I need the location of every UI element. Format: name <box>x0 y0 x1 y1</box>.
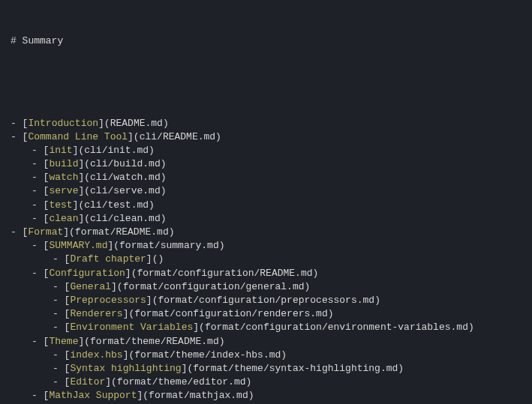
summary-item: - [watch](cli/watch.md) <box>11 171 521 184</box>
bracket-close: ] <box>128 131 134 142</box>
heading-text: Summary <box>23 35 64 46</box>
paren-close: ) <box>374 295 380 306</box>
link-path: cli/init.md <box>84 145 149 156</box>
summary-item: - [Environment Variables](format/configu… <box>11 321 521 334</box>
link-path: format/configuration/environment-variabl… <box>205 322 468 333</box>
paren-close: ) <box>158 253 164 265</box>
link-path: format/README.md <box>75 226 169 238</box>
link-path: format/configuration/renderers.md <box>134 308 327 319</box>
link-path: cli/build.md <box>90 158 161 169</box>
link-title: MathJax Support <box>49 390 137 401</box>
paren-close: ) <box>468 322 474 333</box>
summary-item: - [Editor](format/theme/editor.md) <box>11 376 521 389</box>
summary-item: - [init](cli/init.md) <box>11 144 521 157</box>
link-title: build <box>49 158 78 169</box>
summary-item: - [Draft chapter]() <box>11 253 521 266</box>
bracket-close: ] <box>193 322 199 333</box>
list-dash: - <box>53 363 65 374</box>
bracket-close: ] <box>98 118 104 129</box>
paren-close: ) <box>313 268 319 279</box>
list-dash: - <box>53 308 65 319</box>
link-path: cli/clean.md <box>90 213 161 224</box>
list-dash: - <box>32 240 44 251</box>
paren-open: ( <box>134 131 140 142</box>
link-path: cli/serve.md <box>90 185 161 196</box>
paren-close: ) <box>398 363 404 374</box>
link-title: Configuration <box>49 268 125 279</box>
link-title: Introduction <box>28 118 98 129</box>
summary-item: - [build](cli/build.md) <box>11 157 521 171</box>
paren-open: ( <box>199 322 205 333</box>
summary-item: - [index.hbs](format/theme/index-hbs.md) <box>11 349 521 362</box>
summary-item: - [Command Line Tool](cli/README.md) <box>11 130 521 144</box>
link-title: clean <box>49 213 78 224</box>
paren-close: ) <box>163 118 169 129</box>
link-title: index.hbs <box>70 349 122 361</box>
link-path: format/configuration/README.md <box>137 268 312 279</box>
link-title: serve <box>49 185 78 196</box>
list-dash: - <box>32 336 44 347</box>
summary-item: - [Preprocessors](format/configuration/p… <box>11 294 521 307</box>
paren-close: ) <box>161 158 167 169</box>
paren-open: ( <box>117 281 123 292</box>
link-title: watch <box>49 172 78 183</box>
summary-item: - [MathJax Support](format/mathjax.md) <box>11 389 521 403</box>
summary-item: - [General](format/configuration/general… <box>11 280 521 294</box>
summary-item: - [Configuration](format/configuration/R… <box>11 267 521 280</box>
code-editor: # Summary - [Introduction](README.md)- [… <box>0 0 532 404</box>
bracket-close: ] <box>63 226 69 238</box>
link-title: Syntax highlighting <box>70 363 181 374</box>
paren-open: ( <box>84 336 90 347</box>
link-path: format/theme/README.md <box>90 336 219 347</box>
link-title: Format <box>28 226 63 238</box>
list-dash: - <box>53 376 65 388</box>
summary-item: - [Syntax highlighting](format/theme/syn… <box>11 362 521 376</box>
summary-item: - [serve](cli/serve.md) <box>11 184 521 198</box>
paren-close: ) <box>161 172 167 183</box>
bracket-close: ] <box>146 295 152 306</box>
paren-close: ) <box>161 213 167 224</box>
link-path: format/summary.md <box>119 240 219 251</box>
paren-open: ( <box>84 213 90 224</box>
list-dash: - <box>32 172 44 183</box>
paren-open: ( <box>104 118 110 129</box>
link-title: Command Line Tool <box>28 131 128 142</box>
paren-close: ) <box>248 390 254 401</box>
list-dash: - <box>53 349 65 361</box>
heading-prefix: # <box>11 35 23 46</box>
paren-close: ) <box>215 131 221 142</box>
summary-item: - [Introduction](README.md) <box>11 117 521 130</box>
list-dash: - <box>53 295 65 306</box>
list-dash: - <box>32 213 44 224</box>
list-dash: - <box>32 145 44 156</box>
paren-open: ( <box>84 172 90 183</box>
paren-open: ( <box>111 376 117 388</box>
list-dash: - <box>32 390 44 401</box>
list-dash: - <box>53 281 65 292</box>
paren-open: ( <box>84 158 90 169</box>
link-title: test <box>49 199 72 211</box>
summary-item: - [Format](format/README.md) <box>11 226 521 239</box>
summary-item-list: - [Introduction](README.md)- [Command Li… <box>11 117 521 405</box>
link-title: Renderers <box>70 308 122 319</box>
link-title: Preprocessors <box>70 295 146 306</box>
link-title: Editor <box>70 376 105 388</box>
link-title: Draft chapter <box>70 253 146 265</box>
link-path: cli/README.md <box>140 131 215 142</box>
link-path: format/theme/editor.md <box>117 376 246 388</box>
heading-line: # Summary <box>11 34 521 48</box>
paren-close: ) <box>246 376 252 388</box>
paren-close: ) <box>169 226 175 238</box>
bracket-close: ] <box>105 376 111 388</box>
link-title: init <box>49 145 72 156</box>
paren-close: ) <box>219 240 225 251</box>
link-title: Theme <box>49 336 78 347</box>
link-title: SUMMARY.md <box>49 240 107 251</box>
bracket-close: ] <box>146 253 152 265</box>
link-path: cli/test.md <box>84 199 149 211</box>
link-path: cli/watch.md <box>90 172 161 183</box>
link-path: format/configuration/preprocessors.md <box>158 295 374 306</box>
paren-close: ) <box>149 145 155 156</box>
paren-close: ) <box>219 336 225 347</box>
bracket-close: ] <box>111 281 117 292</box>
